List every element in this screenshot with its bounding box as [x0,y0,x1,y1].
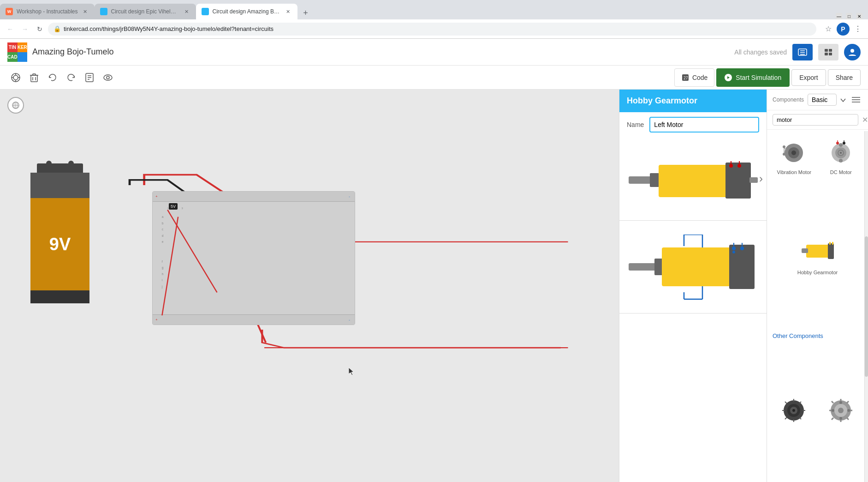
close-window-button[interactable]: ✕ [856,13,862,19]
battery-voltage-label: 9V [49,235,71,254]
browser-tab-2[interactable]: Circuit design Epic Vihelmo-Bige... ✕ [95,4,196,19]
scrollbar-thumb[interactable] [865,236,868,377]
svg-rect-54 [659,165,728,197]
cursor-icon [349,368,354,376]
svg-rect-6 [825,53,828,55]
grid-icon [824,48,833,56]
other-component-2-svg [828,398,854,423]
circuit-view-button[interactable] [792,44,813,60]
component-grid: Vibration Motor [767,130,868,482]
view-control-button[interactable] [7,97,24,114]
browser-tab-3[interactable]: Circuit design Amazing Bojo-Tum... ✕ [196,4,297,19]
notes-button[interactable] [81,69,98,86]
bookmark-button[interactable]: ☆ [822,23,835,36]
holes-svg: a b c d e f g h i j 1 2 3 [156,205,351,312]
user-avatar[interactable] [844,44,861,60]
tab-title-1: Workshop - Instructables [17,8,78,15]
address-bar[interactable]: 🔒 tinkercad.com/things/jrB08Wy5N4Y-amazi… [48,23,816,36]
minimize-button[interactable]: — [836,13,842,19]
start-simulation-button[interactable]: Start Simulation [716,68,790,87]
search-input[interactable] [773,114,858,126]
components-select-wrapper: Basic All Outputs Inputs ICs [808,94,837,106]
main-layout: 9V + - 5V [0,90,868,482]
canvas-area[interactable]: 9V + - 5V [0,90,619,482]
redo-icon [66,73,76,82]
property-panel-title: Hobby Gearmotor [627,96,697,105]
visibility-button[interactable] [100,69,116,86]
svg-rect-101 [832,242,833,245]
undo-icon [48,73,57,82]
component-tool-button[interactable] [7,69,24,86]
svg-point-80 [791,151,796,155]
name-property-input[interactable] [649,117,759,133]
mouse-cursor [349,368,354,376]
hobby-gearmotor-label: Hobby Gearmotor [797,270,838,275]
svg-point-91 [836,142,839,145]
play-triangle-icon [726,75,731,80]
tab-close-3[interactable]: ✕ [285,8,292,15]
components-label: Components [773,96,804,103]
tinkercad-logo[interactable]: TIN KER CAD [7,42,27,62]
other-component-1[interactable] [773,393,816,477]
svg-line-125 [832,401,833,403]
other-component-2[interactable] [820,393,863,477]
dc-motor-icon [827,139,855,167]
svg-point-120 [847,409,850,412]
grid-view-button[interactable] [818,44,838,60]
redo-button[interactable] [63,69,79,86]
undo-button[interactable] [44,69,61,86]
components-sidebar: Components Basic All Outputs Inputs ICs [767,90,868,482]
search-clear-button[interactable]: ✕ [862,115,868,124]
code-button[interactable]: 27 Code [674,68,714,87]
vibration-motor-svg [781,140,807,166]
vibration-motor-label: Vibration Motor [777,169,811,175]
breadboard-bottom-rail: + - [153,314,355,325]
svg-text:c: c [162,228,164,231]
reload-button[interactable]: ↻ [33,23,46,36]
chevron-down-icon [840,98,846,102]
components-category-select[interactable]: Basic All Outputs Inputs ICs [808,94,837,106]
list-view-button[interactable] [850,93,862,106]
menu-button[interactable]: ⋮ [851,23,864,36]
share-button[interactable]: Share [828,69,861,86]
profile-button[interactable]: P [837,23,850,36]
logo-cell-blank [18,52,27,62]
property-panel-header: Hobby Gearmotor [619,90,767,112]
svg-point-105 [792,409,795,412]
battery-component[interactable]: 9V [30,163,90,325]
project-title[interactable]: Amazing Bojo-Tumelo [32,47,729,57]
search-bar: ✕ [767,110,868,130]
vibration-motor-item[interactable]: Vibration Motor [773,135,816,227]
tab-close-1[interactable]: ✕ [82,8,89,15]
breadboard-component[interactable]: + - 5V a b c d e [152,191,355,325]
hobby-gearmotor-svg [802,235,834,267]
svg-text:h: h [162,272,164,276]
maximize-button[interactable]: □ [846,13,852,19]
svg-rect-98 [802,248,808,253]
svg-text:d: d [162,234,164,237]
logo-cell-tin: TIN [7,42,18,52]
delete-tool-button[interactable] [26,69,42,86]
export-button[interactable]: Export [791,69,826,86]
dropdown-chevron [840,96,846,104]
browser-tab-1[interactable]: W Workshop - Instructables ✕ [0,4,95,19]
hobby-gearmotor-item[interactable]: Hobby Gearmotor [773,231,862,327]
tab-close-2[interactable]: ✕ [183,8,190,15]
expand-arrow-icon[interactable]: › [759,172,763,185]
tab-bar: W Workshop - Instructables ✕ Circuit des… [0,0,868,19]
svg-rect-68 [662,247,731,286]
svg-text:3: 3 [181,207,183,210]
svg-rect-100 [829,242,831,245]
svg-line-112 [785,417,787,419]
motor-preview-upper: › [619,137,767,220]
sidebar-scrollbar[interactable] [864,131,868,482]
logo-cell-ker: KER [18,42,27,52]
svg-point-83 [783,145,785,148]
back-button[interactable]: ← [4,23,17,36]
dc-motor-item[interactable]: DC Motor [820,135,863,227]
new-tab-button[interactable]: + [299,6,312,19]
dc-motor-label: DC Motor [830,169,852,175]
svg-text:a: a [162,215,164,218]
svg-rect-5 [829,49,832,52]
forward-button[interactable]: → [18,23,31,36]
